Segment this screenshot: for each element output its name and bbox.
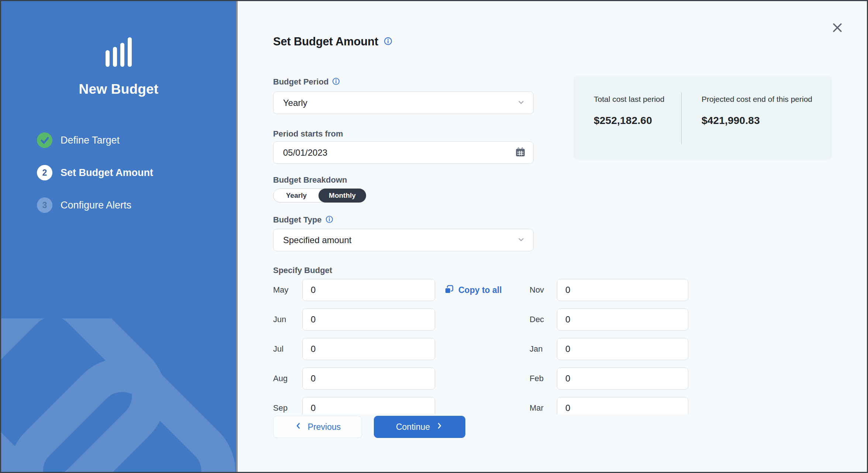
bar-chart-logo-icon (1, 37, 236, 67)
month-input-jan[interactable] (557, 338, 688, 360)
budget-type-value: Specified amount (283, 235, 351, 245)
month-label-may: May (273, 285, 302, 295)
month-input-mar[interactable] (557, 397, 688, 414)
month-input-nov[interactable] (557, 279, 688, 301)
chevron-down-icon (516, 235, 526, 246)
total-cost-value: $252,182.60 (594, 115, 681, 127)
copy-icon (444, 284, 454, 296)
month-label-jul: Jul (273, 344, 302, 354)
month-input-jun[interactable] (302, 308, 435, 331)
month-label-nov: Nov (530, 285, 557, 295)
budget-breakdown-toggle[interactable]: Yearly Monthly (273, 189, 366, 203)
budget-breakdown-label: Budget Breakdown (273, 175, 347, 185)
month-input-aug[interactable] (302, 367, 435, 390)
title-info-icon[interactable] (384, 37, 392, 47)
calendar-icon[interactable] (515, 146, 526, 159)
step-configure-alerts[interactable]: 3 Configure Alerts (37, 197, 153, 213)
budget-period-value: Yearly (283, 98, 307, 108)
step-label: Set Budget Amount (61, 167, 153, 179)
step-label: Configure Alerts (61, 200, 131, 211)
budget-type-info-icon[interactable] (326, 215, 333, 225)
month-input-sep[interactable] (302, 397, 435, 414)
brand-watermark (1, 318, 236, 472)
budget-type-select[interactable]: Specified amount (273, 229, 534, 251)
month-label-jan: Jan (530, 344, 557, 354)
wizard-title: New Budget (1, 82, 236, 97)
page-title: Set Budget Amount (273, 35, 378, 48)
budget-period-select[interactable]: Yearly (273, 92, 534, 114)
previous-label: Previous (308, 422, 341, 432)
budget-period-info-icon[interactable] (332, 77, 340, 87)
chevron-right-icon (435, 422, 443, 432)
month-input-jul[interactable] (302, 338, 435, 360)
continue-label: Continue (396, 422, 430, 432)
step-number-badge: 2 (37, 165, 52, 180)
copy-to-all-link[interactable]: Copy to all (435, 284, 530, 296)
specify-budget-label: Specify Budget (273, 266, 332, 275)
step-number-badge: 3 (37, 197, 52, 213)
step-label: Define Target (61, 135, 120, 146)
previous-button[interactable]: Previous (273, 416, 362, 438)
month-label-sep: Sep (273, 403, 302, 413)
month-input-dec[interactable] (557, 308, 688, 331)
month-budget-list: May Copy to all Nov Jun (273, 278, 690, 414)
month-label-jun: Jun (273, 315, 302, 324)
period-starts-value: 05/01/2023 (283, 148, 327, 158)
toggle-option-monthly[interactable]: Monthly (318, 189, 366, 203)
budget-type-label: Budget Type (273, 215, 322, 225)
chevron-down-icon (516, 97, 526, 108)
month-label-feb: Feb (530, 374, 557, 383)
step-set-budget-amount[interactable]: 2 Set Budget Amount (37, 165, 153, 180)
month-input-feb[interactable] (557, 367, 688, 390)
copy-to-all-label: Copy to all (458, 285, 502, 295)
set-budget-panel: Total cost last period $252,182.60 Proje… (238, 1, 867, 472)
month-label-mar: Mar (530, 403, 557, 413)
toggle-option-yearly[interactable]: Yearly (273, 191, 319, 200)
projected-cost-label: Projected cost end of this period (702, 93, 817, 105)
total-cost-label: Total cost last period (594, 93, 681, 105)
period-starts-input[interactable]: 05/01/2023 (273, 141, 534, 164)
continue-button[interactable]: Continue (374, 416, 465, 438)
month-label-aug: Aug (273, 374, 302, 383)
step-define-target[interactable]: Define Target (37, 132, 153, 148)
cost-summary-panel: Total cost last period $252,182.60 Proje… (573, 76, 832, 160)
projected-cost-value: $421,990.83 (702, 115, 817, 127)
wizard-steps: Define Target 2 Set Budget Amount 3 Conf… (37, 132, 153, 230)
chevron-left-icon (294, 422, 303, 432)
close-icon[interactable] (832, 23, 843, 33)
month-label-dec: Dec (530, 315, 557, 324)
budget-period-label: Budget Period (273, 77, 328, 87)
month-input-may[interactable] (302, 279, 435, 301)
period-starts-label: Period starts from (273, 129, 343, 139)
wizard-footer: Previous Continue (273, 416, 867, 438)
wizard-sidebar: New Budget Define Target 2 Set Budget Am… (1, 1, 236, 472)
new-budget-dialog: New Budget Define Target 2 Set Budget Am… (0, 0, 868, 473)
step-complete-check-icon (37, 132, 52, 148)
